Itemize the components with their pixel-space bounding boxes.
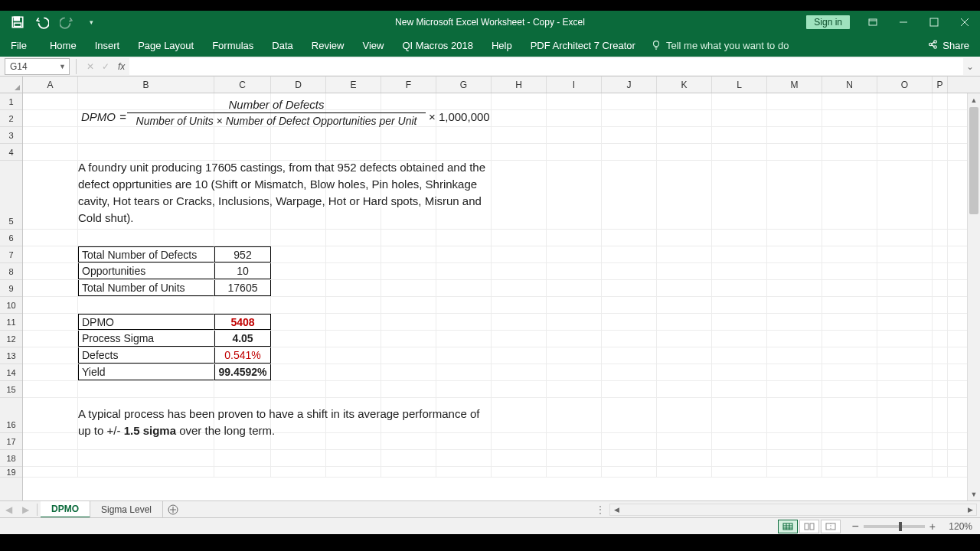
tab-file[interactable]: File [0,34,41,57]
ribbon-options-icon[interactable] [858,11,888,34]
t2-value[interactable]: 0.541% [214,347,271,364]
tell-me-search[interactable]: Tell me what you want to do [651,39,789,52]
col-header[interactable]: C [214,77,271,93]
view-pagelayout-icon[interactable] [799,520,819,533]
col-header[interactable]: F [381,77,436,93]
maximize-icon[interactable] [919,11,949,34]
row-header[interactable]: 11 [0,314,22,331]
tab-formulas[interactable]: Formulas [203,34,263,57]
svg-rect-1 [15,17,20,21]
row-header[interactable]: 5 [0,161,22,230]
chevron-down-icon[interactable]: ▼ [59,63,66,70]
redo-icon[interactable] [60,15,74,29]
fx-icon[interactable]: fx [118,61,125,72]
vertical-scrollbar[interactable]: ▲ ▼ [967,93,980,500]
expand-formula-icon[interactable]: ⌄ [963,61,977,72]
sheet-nav-next-icon[interactable]: ▶ [17,501,34,518]
zoom-percent[interactable]: 120% [940,521,972,532]
col-header[interactable]: D [271,77,326,93]
col-header[interactable]: H [492,77,547,93]
col-header[interactable]: K [657,77,712,93]
scroll-left-icon[interactable]: ◀ [610,506,622,514]
formula-input[interactable] [129,58,963,75]
row-header[interactable]: 7 [0,246,22,263]
row-header[interactable]: 12 [0,331,22,347]
tab-qimacros[interactable]: QI Macros 2018 [393,34,482,57]
row-header[interactable]: 19 [0,467,22,478]
tab-pdfarchitect[interactable]: PDF Architect 7 Creator [521,34,645,57]
undo-icon[interactable] [35,15,49,29]
col-header[interactable]: N [822,77,877,93]
col-header[interactable]: O [877,77,933,93]
zoom-out-icon[interactable]: − [851,520,858,533]
row-header[interactable]: 1 [0,93,22,110]
horizontal-scrollbar[interactable]: ◀ ▶ [609,504,977,516]
tab-review[interactable]: Review [302,34,354,57]
row-header[interactable]: 17 [0,433,22,450]
tab-home[interactable]: Home [41,34,86,57]
tab-help[interactable]: Help [482,34,521,57]
row-header[interactable]: 3 [0,127,22,144]
row-header[interactable]: 13 [0,347,22,364]
row-header[interactable]: 4 [0,144,22,161]
tab-view[interactable]: View [353,34,393,57]
row-header[interactable]: 10 [0,297,22,314]
close-icon[interactable] [949,11,980,34]
t2-label[interactable]: Process Sigma [78,331,214,347]
qat-customize-icon[interactable]: ▾ [84,15,98,29]
col-header[interactable]: I [547,77,602,93]
svg-point-12 [929,43,933,46]
col-header[interactable]: P [933,77,948,93]
t1-value[interactable]: 10 [214,263,271,279]
t1-label[interactable]: Total Number of Defects [78,246,214,262]
row-header[interactable]: 18 [0,450,22,467]
tab-insert[interactable]: Insert [86,34,129,57]
row-header[interactable]: 8 [0,263,22,280]
row-header[interactable]: 2 [0,110,22,127]
t1-value[interactable]: 17605 [214,280,271,296]
view-pagebreak-icon[interactable] [821,520,841,533]
sheet-nav-prev-icon[interactable]: ◀ [0,501,17,518]
spreadsheet-grid[interactable]: A B C D E F G H I J K L M N O P 1 2 3 4 … [0,77,980,500]
note-text: A typical process has been proven to hav… [78,406,492,439]
share-button[interactable]: Share [927,39,980,52]
t1-label[interactable]: Total Number of Units [78,280,214,296]
col-header[interactable]: A [23,77,78,93]
col-header[interactable]: L [712,77,767,93]
t2-label[interactable]: Defects [78,347,214,364]
zoom-in-icon[interactable]: + [929,520,936,533]
signin-button[interactable]: Sign in [806,15,850,29]
t2-value[interactable]: 5408 [214,314,271,330]
row-header[interactable]: 14 [0,364,22,381]
view-normal-icon[interactable] [778,520,798,533]
scroll-thumb[interactable] [969,107,978,214]
select-all-corner[interactable] [0,77,23,93]
name-box[interactable]: G14 ▼ [5,58,70,75]
minimize-icon[interactable] [888,11,919,34]
scroll-up-icon[interactable]: ▲ [968,93,980,106]
row-header[interactable]: 15 [0,381,22,398]
row-header[interactable]: 9 [0,280,22,297]
t2-value[interactable]: 4.05 [214,331,271,347]
col-header[interactable]: J [602,77,657,93]
scroll-down-icon[interactable]: ▼ [968,487,980,500]
sheet-tab-sigma[interactable]: Sigma Level [90,501,163,518]
tab-page-layout[interactable]: Page Layout [129,34,203,57]
t2-label[interactable]: DPMO [78,314,214,330]
save-icon[interactable] [11,15,24,29]
t2-label[interactable]: Yield [78,364,214,380]
row-header[interactable]: 6 [0,230,22,246]
sheet-tab-dpmo[interactable]: DPMO [41,501,90,518]
col-header[interactable]: E [326,77,381,93]
t2-value[interactable]: 99.4592% [214,364,271,380]
tab-data[interactable]: Data [263,34,302,57]
t1-label[interactable]: Opportunities [78,263,214,279]
zoom-slider[interactable] [864,525,925,528]
add-sheet-icon[interactable] [163,504,183,515]
col-header[interactable]: G [436,77,492,93]
t1-value[interactable]: 952 [214,246,271,262]
scroll-right-icon[interactable]: ▶ [964,506,976,514]
col-header[interactable]: B [78,77,214,93]
col-header[interactable]: M [767,77,822,93]
row-header[interactable]: 16 [0,398,22,433]
